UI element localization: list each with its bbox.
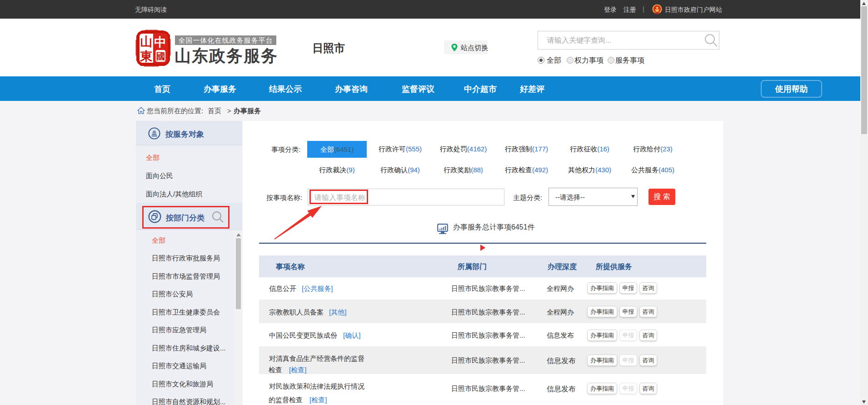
svg-text:山: 山	[140, 35, 153, 49]
svg-text:中: 中	[155, 35, 167, 49]
svg-text:東: 東	[140, 50, 153, 63]
svg-text:國: 國	[156, 51, 165, 61]
